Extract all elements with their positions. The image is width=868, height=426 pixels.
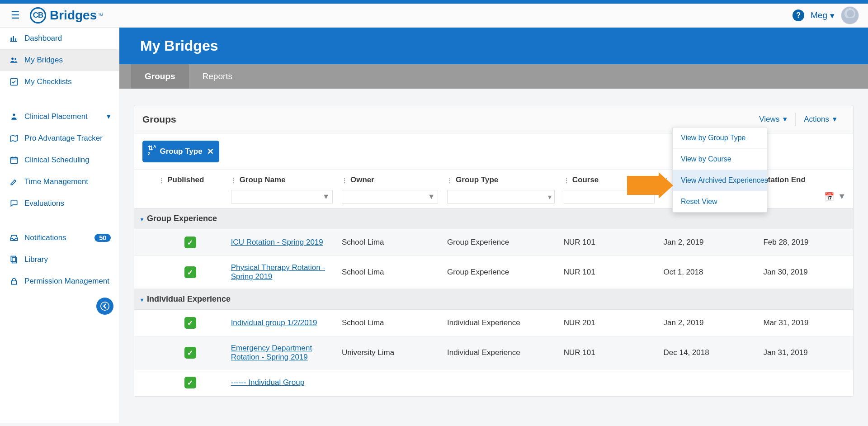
tab-reports[interactable]: Reports: [189, 64, 246, 89]
group-name-link[interactable]: Physical Therapy Rotation - Spring 2019: [231, 263, 326, 281]
type-cell: Group Experience: [443, 256, 559, 289]
user-name: Meg: [811, 10, 827, 20]
end-cell: Mar 31, 2019: [759, 310, 853, 336]
svg-rect-2: [15, 38, 17, 41]
brand-name: Bridges: [50, 8, 97, 23]
group-name-link[interactable]: ------ Individual Group: [231, 378, 305, 387]
checklist-icon: [8, 77, 20, 86]
owner-cell: School Lima: [337, 256, 443, 289]
col-rotation-end[interactable]: otation End: [759, 170, 853, 188]
groups-panel: Groups Views ▾ Actions ▾: [134, 105, 854, 397]
svg-rect-10: [11, 256, 15, 262]
chat-icon: [8, 199, 20, 208]
start-cell: Jan 2, 2019: [659, 310, 759, 336]
filter-icon: ▼: [428, 193, 435, 201]
course-cell: NUR 101: [559, 336, 659, 369]
svg-point-7: [13, 114, 15, 116]
user-menu[interactable]: Meg ▾: [811, 10, 835, 21]
copy-icon: [8, 255, 20, 264]
page-title: My Bridges: [140, 38, 847, 54]
caret-down-icon: ▾: [783, 114, 787, 124]
top-accent-bar: [0, 0, 868, 4]
course-cell: NUR 201: [559, 310, 659, 336]
filter-group-name[interactable]: ▼: [231, 190, 333, 204]
sidebar-item-my-checklists[interactable]: My Checklists: [0, 71, 119, 93]
col-group-name[interactable]: ⋮Group Name: [226, 170, 337, 188]
col-course[interactable]: ⋮Course: [559, 170, 659, 188]
sidebar-item-library[interactable]: Library: [0, 249, 119, 270]
table-row[interactable]: ✓ Physical Therapy Rotation - Spring 201…: [134, 256, 853, 289]
course-cell: [559, 369, 659, 396]
inbox-icon: [8, 233, 20, 242]
sidebar-item-evaluations[interactable]: Evaluations: [0, 193, 119, 214]
svg-rect-1: [13, 36, 14, 41]
sidebar-item-pro-advantage-tracker[interactable]: Pro Advantage Tracker: [0, 128, 119, 149]
help-icon[interactable]: ?: [793, 9, 804, 21]
table-row[interactable]: ✓ Individual group 1/2/2019 School Lima …: [134, 310, 853, 336]
sidebar-item-my-bridges[interactable]: My Bridges: [0, 49, 119, 71]
brand-mark-icon: CB: [30, 7, 46, 24]
type-cell: Individual Experience: [443, 310, 559, 336]
sidebar-item-dashboard[interactable]: Dashboard: [0, 28, 119, 49]
table-row[interactable]: ✓ Emergency Department Rotation - Spring…: [134, 336, 853, 369]
sidebar-item-clinical-scheduling[interactable]: Clinical Scheduling: [0, 149, 119, 171]
sidebar-item-notifications[interactable]: Notifications 50: [0, 227, 119, 249]
menu-item-view-by-course[interactable]: View by Course: [673, 149, 767, 170]
filter-owner[interactable]: ▼: [342, 190, 438, 204]
owner-cell: [337, 369, 443, 396]
svg-rect-11: [11, 281, 17, 284]
chip-label: Group Type: [160, 147, 203, 156]
sidebar-item-label: Clinical Placement: [24, 112, 88, 121]
menu-item-label: View Archived Experiences: [681, 176, 768, 184]
views-menu: View by Group Type View by Course View A…: [672, 127, 767, 213]
sidebar-item-label: Time Management: [24, 177, 88, 186]
brand-tm: ™: [98, 12, 103, 19]
col-group-type[interactable]: ⋮Group Type: [443, 170, 559, 188]
menu-item-view-archived-experiences[interactable]: View Archived Experiences: [673, 170, 767, 191]
edit-icon: [8, 177, 20, 186]
sort-az-icon: ⇅AZ: [148, 144, 156, 159]
collapse-sidebar-button[interactable]: [96, 298, 113, 315]
menu-item-view-by-group-type[interactable]: View by Group Type: [673, 128, 767, 149]
group-name-link[interactable]: Individual group 1/2/2019: [231, 318, 317, 327]
date-filter-icons[interactable]: 📅▼: [763, 192, 849, 202]
notifications-badge: 50: [94, 234, 111, 242]
svg-rect-3: [10, 41, 17, 42]
caret-down-icon: ▾: [548, 193, 552, 201]
filter-icon: ▼: [838, 192, 846, 202]
svg-rect-0: [11, 38, 12, 41]
sidebar-item-clinical-placement[interactable]: Clinical Placement ▾: [0, 105, 119, 128]
caret-down-icon: ▾: [833, 114, 837, 124]
brand-logo[interactable]: CB Bridges™: [30, 7, 103, 24]
published-check-icon: ✓: [184, 347, 196, 359]
menu-toggle-icon[interactable]: ☰: [6, 7, 24, 24]
filter-group-type[interactable]: ▾: [447, 190, 555, 204]
col-owner[interactable]: ⋮Owner: [337, 170, 443, 188]
group-type-chip[interactable]: ⇅AZ Group Type ✕: [142, 141, 219, 162]
avatar[interactable]: [841, 6, 859, 24]
table-row[interactable]: ✓ ------ Individual Group: [134, 369, 853, 396]
sidebar: Dashboard My Bridges My Checklists Clini…: [0, 28, 119, 423]
svg-rect-9: [12, 258, 17, 263]
published-check-icon: ✓: [184, 266, 196, 278]
svg-point-12: [101, 302, 109, 310]
group-name-link[interactable]: ICU Rotation - Spring 2019: [231, 238, 323, 246]
main-content: My Bridges Groups Reports Groups Views ▾: [119, 28, 868, 423]
group-name-link[interactable]: Emergency Department Rotation - Spring 2…: [231, 344, 312, 361]
filter-icon: ▼: [322, 193, 330, 201]
caret-down-icon: ▾: [141, 297, 143, 303]
group-header-individual-experience[interactable]: ▾Individual Experience: [134, 289, 853, 310]
menu-item-reset-view[interactable]: Reset View: [673, 191, 767, 212]
sidebar-item-permission-management[interactable]: Permission Management: [0, 270, 119, 292]
tab-label: Groups: [145, 71, 175, 81]
filter-course[interactable]: [564, 190, 655, 204]
col-published[interactable]: ⋮Published: [154, 170, 226, 188]
tab-groups[interactable]: Groups: [131, 64, 189, 89]
app-header: ☰ CB Bridges™ ? Meg ▾: [0, 4, 868, 28]
table-row[interactable]: ✓ ICU Rotation - Spring 2019 School Lima…: [134, 229, 853, 256]
close-icon[interactable]: ✕: [207, 147, 214, 156]
menu-item-label: Reset View: [681, 198, 717, 205]
views-dropdown-button[interactable]: Views ▾: [751, 111, 795, 128]
sidebar-item-time-management[interactable]: Time Management: [0, 171, 119, 193]
actions-dropdown-button[interactable]: Actions ▾: [796, 111, 845, 128]
